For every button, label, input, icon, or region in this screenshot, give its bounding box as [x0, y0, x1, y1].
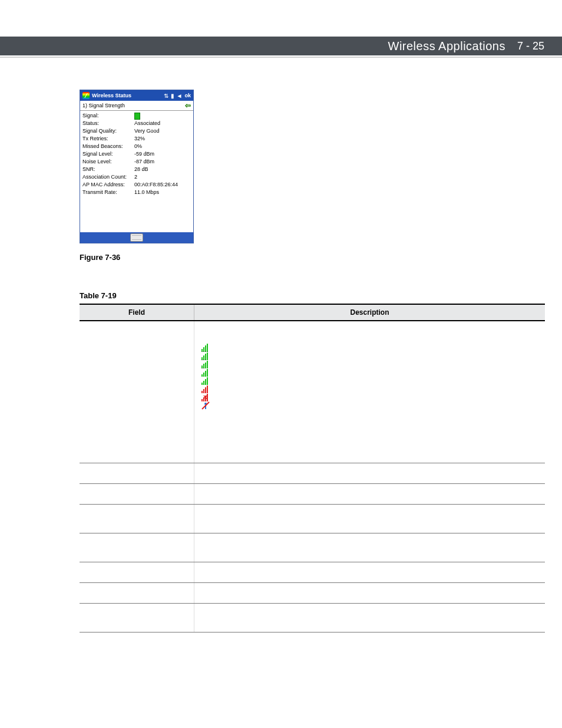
value-status: Associated — [134, 120, 191, 127]
window-title: Wireless Status — [92, 93, 161, 98]
page-header: Wireless Applications 7 - 25 — [0, 37, 562, 55]
screenshot-window: ⁄ Wireless Status ⇅ ▮ ◄ ok 1) Signal Str… — [80, 90, 194, 243]
cell-description: Displays the Relative Signal Strength In… — [194, 321, 546, 463]
signal-none-icon: × — [201, 393, 209, 401]
cell-field: Signal — [80, 321, 194, 463]
menu-label: 1) Signal Strength — [82, 103, 125, 108]
signal-disabled-icon — [201, 401, 210, 410]
signal-quality-icons: × — [201, 344, 538, 410]
start-icon[interactable]: ⁄ — [82, 92, 90, 99]
table-caption: Table 7-19 Signal Strength Fields — [80, 291, 544, 300]
label-quality: Signal Quality: — [82, 127, 134, 135]
col-description: Description — [194, 304, 546, 321]
table-row: Signal LevelDisplays the signal strength… — [80, 562, 545, 583]
row-snr: SNR:28 dB — [82, 166, 191, 173]
figure-label: Figure 7-36 — [80, 253, 120, 262]
signal-icon[interactable]: ▮ — [171, 93, 174, 99]
page-number: 7 - 25 — [517, 40, 544, 52]
table-row: Signal Displays the Relative Signal Stre… — [80, 321, 545, 463]
table-row: Tx RetriesDisplays the percentage of pac… — [80, 505, 545, 533]
value-txretries: 32% — [134, 135, 191, 143]
value-quality: Very Good — [134, 127, 191, 135]
table-row: Missed BeaconsDisplays the percentage of… — [80, 533, 545, 562]
volume-icon[interactable]: ◄ — [177, 93, 183, 99]
value-siglevel: -59 dBm — [134, 150, 191, 158]
row-signal: Signal: — [82, 112, 191, 120]
taskbar — [80, 232, 193, 243]
row-txretries: Tx Retries:32% — [82, 135, 191, 143]
value-apmac: 00:A0:F8:85:26:44 — [134, 181, 191, 189]
ok-button[interactable]: ok — [184, 93, 191, 98]
figure-title: Signal Strength Window — [123, 253, 204, 262]
cell-field: Tx Retries — [80, 505, 194, 533]
cell-field: Signal Quality — [80, 484, 194, 505]
section-title: Wireless Applications — [388, 39, 505, 53]
table-row: Noise LevelDisplays the noise level in d… — [80, 583, 545, 604]
connectivity-icon[interactable]: ⇅ — [164, 93, 168, 99]
label-apmac: AP MAC Address: — [82, 181, 134, 189]
cell-field: Noise Level — [80, 583, 194, 604]
figure-caption: Figure 7-36 Signal Strength Window — [80, 253, 544, 262]
titlebar: ⁄ Wireless Status ⇅ ▮ ◄ ok — [80, 90, 193, 101]
signal-good-icon — [201, 360, 209, 368]
row-apmac: AP MAC Address:00:A0:F8:85:26:44 — [82, 181, 191, 189]
signal-bar-icon — [134, 112, 191, 120]
signal-verygood-icon — [201, 352, 209, 360]
back-icon[interactable]: ⇦ — [185, 102, 191, 109]
cell-field: SNR — [80, 604, 194, 633]
row-txrate: Transmit Rate:11.0 Mbps — [82, 189, 191, 196]
table-row: StatusIndicates if the mobile computer i… — [80, 463, 545, 484]
signal-outofrange-icon — [201, 385, 209, 393]
table-row: Signal QualityDisplays a text descriptio… — [80, 484, 545, 505]
label-status: Status: — [82, 120, 134, 127]
cell-description: Displays the percentage of beacons from … — [194, 533, 546, 562]
cell-field: Signal Level — [80, 562, 194, 583]
cell-field: Missed Beacons — [80, 533, 194, 562]
window-content: Signal: Status:Associated Signal Quality… — [80, 111, 193, 232]
value-noise: -87 dBm — [134, 158, 191, 166]
row-siglevel: Signal Level:-59 dBm — [82, 150, 191, 158]
row-quality: Signal Quality:Very Good — [82, 127, 191, 135]
cell-description: Indicates if the mobile computer is asso… — [194, 463, 546, 484]
value-txrate: 11.0 Mbps — [134, 189, 191, 196]
label-snr: SNR: — [82, 166, 134, 173]
label-assoc: Association Count: — [82, 173, 134, 181]
keyboard-icon[interactable] — [130, 233, 143, 242]
cell-description: Displays the percentage of packets that … — [194, 505, 546, 533]
cell-description: Displays the signal strength in dBm. — [194, 562, 546, 583]
fields-table: Field Description Signal Displays the Re… — [80, 304, 545, 633]
value-snr: 28 dB — [134, 166, 191, 173]
col-field: Field — [80, 304, 194, 321]
label-missed: Missed Beacons: — [82, 143, 134, 150]
label-txretries: Tx Retries: — [82, 135, 134, 143]
signal-poor-icon — [201, 377, 209, 384]
signal-fair-icon — [201, 368, 209, 376]
view-menu[interactable]: 1) Signal Strength ⇦ — [80, 101, 193, 111]
table-row: SNRDisplays the signal-to-noise ratio in… — [80, 604, 545, 633]
label-signal: Signal: — [82, 112, 134, 120]
row-missed: Missed Beacons:0% — [82, 143, 191, 150]
row-noise: Noise Level:-87 dBm — [82, 158, 191, 166]
cell-description: Displays a text description of the signa… — [194, 484, 546, 505]
cell-description: Displays the signal-to-noise ratio in dB… — [194, 604, 546, 633]
signal-excellent-icon — [201, 344, 209, 351]
label-siglevel: Signal Level: — [82, 150, 134, 158]
row-assoc: Association Count:2 — [82, 173, 191, 181]
cell-description: Displays the noise level in dBm. — [194, 583, 546, 604]
row-status: Status:Associated — [82, 120, 191, 127]
label-txrate: Transmit Rate: — [82, 189, 134, 196]
cell-field: Status — [80, 463, 194, 484]
label-noise: Noise Level: — [82, 158, 134, 166]
table-label: Table 7-19 — [80, 291, 117, 300]
table-title: Signal Strength Fields — [118, 291, 193, 300]
value-missed: 0% — [134, 143, 191, 150]
table-header-row: Field Description — [80, 304, 545, 321]
value-assoc: 2 — [134, 173, 191, 181]
